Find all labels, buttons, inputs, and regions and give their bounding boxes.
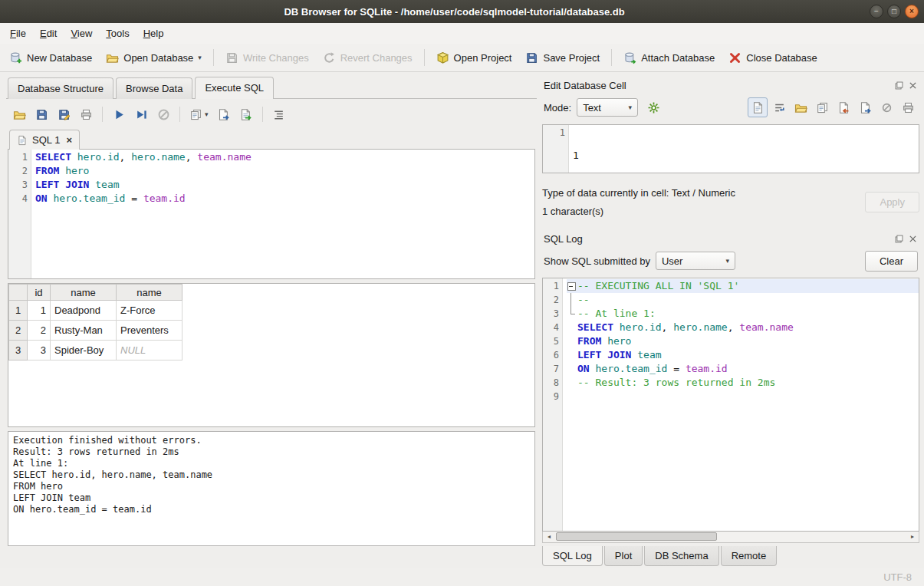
dock-tab-db-schema[interactable]: DB Schema bbox=[644, 546, 718, 566]
line-number: 4 bbox=[8, 192, 28, 206]
write-changes-icon bbox=[225, 51, 238, 64]
print-button[interactable] bbox=[898, 97, 918, 117]
grid-cell[interactable]: NULL bbox=[117, 341, 182, 360]
grid-cell[interactable]: Deadpond bbox=[51, 301, 117, 321]
clear-button[interactable]: Clear bbox=[865, 251, 918, 272]
close-panel-icon[interactable] bbox=[908, 234, 918, 244]
scrollbar-thumb[interactable] bbox=[556, 532, 717, 541]
word-wrap-button[interactable] bbox=[769, 97, 789, 117]
sql-tab[interactable]: SQL 1 × bbox=[9, 130, 80, 150]
code-line: FROM hero bbox=[567, 334, 919, 348]
open-file-button[interactable] bbox=[791, 97, 811, 117]
save-project-button[interactable]: Save Project bbox=[519, 48, 606, 68]
stop-icon bbox=[157, 108, 170, 121]
export-sql-icon bbox=[239, 108, 252, 121]
sql-code-area[interactable]: SELECT hero.id, hero.name, team.nameFROM… bbox=[31, 150, 534, 278]
scrollbar-track[interactable] bbox=[556, 532, 906, 542]
results-table: idnamename11DeadpondZ-Force22Rusty-ManPr… bbox=[8, 284, 182, 360]
grid-cell[interactable]: 3 bbox=[28, 341, 51, 360]
text-mode-button[interactable] bbox=[748, 97, 768, 117]
row-number[interactable]: 1 bbox=[9, 301, 28, 321]
row-number[interactable]: 3 bbox=[9, 341, 28, 360]
float-panel-icon[interactable] bbox=[894, 81, 904, 91]
open-database-button[interactable]: Open Database▾ bbox=[100, 48, 208, 68]
sql-editor[interactable]: 1234 SELECT hero.id, hero.name, team.nam… bbox=[8, 149, 535, 279]
dock-tab-plot[interactable]: Plot bbox=[604, 546, 643, 566]
dock-tab-sql-log[interactable]: SQL Log bbox=[542, 546, 603, 566]
tab-database-structure[interactable]: Database Structure bbox=[8, 77, 113, 99]
dock-tab-remote[interactable]: Remote bbox=[721, 546, 778, 566]
close-panel-icon[interactable] bbox=[908, 81, 918, 91]
execute-line-button[interactable] bbox=[131, 104, 151, 124]
set-null-icon bbox=[880, 101, 893, 114]
submitter-select[interactable]: User ▾ bbox=[656, 252, 735, 270]
close-database-button[interactable]: Close Database bbox=[722, 48, 824, 68]
log-code-area[interactable]: -- EXECUTING ALL IN 'SQL 1'---- At line … bbox=[563, 278, 919, 531]
close-tab-icon[interactable]: × bbox=[66, 134, 72, 146]
fold-column bbox=[567, 376, 577, 390]
tab-browse-data[interactable]: Browse Data bbox=[116, 77, 192, 99]
open-in-tab-button[interactable] bbox=[214, 104, 234, 124]
sql-log-title: SQL Log bbox=[544, 233, 890, 245]
caret-down-icon: ▾ bbox=[198, 54, 202, 61]
menu-file[interactable]: File bbox=[3, 25, 33, 42]
grid-cell[interactable]: 1 bbox=[28, 301, 51, 321]
grid-row: 33Spider-BoyNULL bbox=[9, 341, 182, 360]
code-line: ON hero.team_id = team.id bbox=[35, 192, 534, 206]
execution-status[interactable]: Execution finished without errors. Resul… bbox=[8, 431, 535, 546]
line-number: 9 bbox=[543, 390, 559, 403]
mode-select[interactable]: Text ▾ bbox=[577, 98, 638, 117]
save-sql-as-icon bbox=[58, 108, 71, 121]
menu-view[interactable]: View bbox=[64, 25, 99, 42]
auto-apply-button[interactable] bbox=[643, 97, 663, 117]
menu-help[interactable]: Help bbox=[136, 25, 171, 42]
revert-changes-icon bbox=[323, 51, 336, 64]
cell-value-area[interactable]: 1 bbox=[569, 125, 919, 173]
copy-button[interactable] bbox=[812, 97, 832, 117]
line-number: 3 bbox=[8, 178, 28, 192]
float-panel-icon[interactable] bbox=[894, 234, 904, 244]
open-sql-file-button[interactable] bbox=[9, 104, 29, 124]
save-sql-file-button[interactable] bbox=[31, 104, 51, 124]
grid-cell[interactable]: Z-Force bbox=[117, 301, 182, 321]
grid-cell[interactable]: Spider-Boy bbox=[51, 341, 117, 360]
toolbar-button-label: Open Project bbox=[454, 52, 512, 64]
save-sql-as-button[interactable] bbox=[54, 104, 74, 124]
close-button[interactable]: × bbox=[905, 5, 919, 18]
format-sql-button[interactable] bbox=[269, 104, 289, 124]
new-database-button[interactable]: New Database bbox=[3, 48, 98, 68]
set-null-button[interactable] bbox=[876, 97, 896, 117]
menu-tools[interactable]: Tools bbox=[99, 25, 136, 42]
menu-edit[interactable]: Edit bbox=[33, 25, 64, 42]
column-header-id-0[interactable]: id bbox=[28, 285, 51, 301]
grid-cell[interactable]: Rusty-Man bbox=[51, 321, 117, 341]
horizontal-scrollbar[interactable]: ◂ ▸ bbox=[542, 532, 919, 543]
scroll-left-icon[interactable]: ◂ bbox=[543, 532, 555, 542]
grid-corner[interactable] bbox=[9, 285, 28, 301]
tab-execute-sql[interactable]: Execute SQL bbox=[195, 77, 274, 99]
row-number[interactable]: 2 bbox=[9, 321, 28, 341]
titlebar[interactable]: DB Browser for SQLite - /home/user/code/… bbox=[0, 0, 924, 23]
new-tab-icon bbox=[189, 108, 202, 121]
scroll-right-icon[interactable]: ▸ bbox=[906, 532, 919, 542]
execute-all-button[interactable] bbox=[109, 104, 129, 124]
export-sql-button[interactable] bbox=[236, 104, 256, 124]
new-tab-button[interactable]: ▾ bbox=[186, 104, 212, 124]
grid-cell[interactable]: 2 bbox=[28, 321, 51, 341]
sql-log-editor[interactable]: 123456789 -- EXECUTING ALL IN 'SQL 1'---… bbox=[542, 278, 919, 532]
import-data-button[interactable] bbox=[834, 97, 853, 117]
maximize-button[interactable]: □ bbox=[887, 5, 901, 18]
fold-marker-icon[interactable] bbox=[567, 279, 577, 293]
cell-editor[interactable]: 1 1 bbox=[542, 124, 919, 173]
print-button[interactable] bbox=[76, 104, 96, 124]
export-data-button[interactable] bbox=[855, 97, 875, 117]
grid-cell[interactable]: Preventers bbox=[117, 321, 182, 341]
attach-database-button[interactable]: Attach Database bbox=[617, 48, 721, 68]
code-line: SELECT hero.id, hero.name, team.name bbox=[567, 321, 919, 334]
results-grid: idnamename11DeadpondZ-Force22Rusty-ManPr… bbox=[8, 283, 535, 427]
open-project-button[interactable]: Open Project bbox=[430, 48, 518, 68]
open-sql-file-icon bbox=[13, 108, 26, 121]
minimize-button[interactable]: − bbox=[870, 5, 883, 18]
column-header-name-2[interactable]: name bbox=[117, 285, 182, 301]
column-header-name-1[interactable]: name bbox=[51, 285, 117, 301]
